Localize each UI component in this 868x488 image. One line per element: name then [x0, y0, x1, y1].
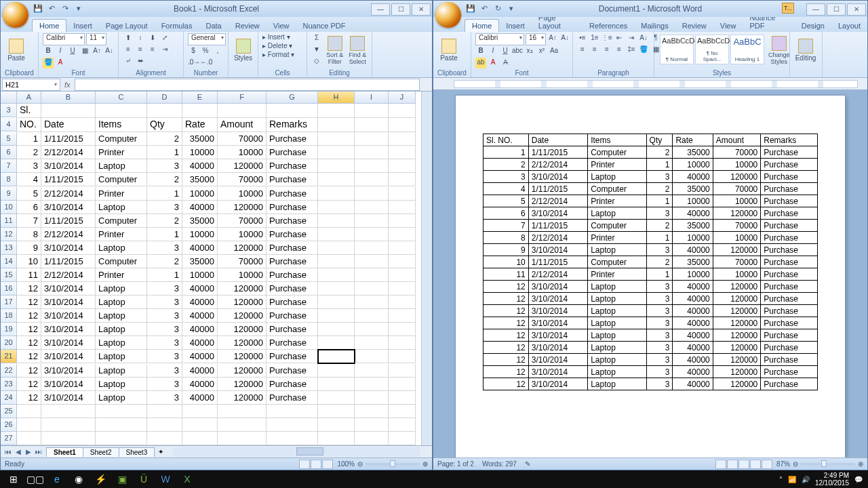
row-header-25[interactable]: 25: [1, 405, 17, 418]
row-header-26[interactable]: 26: [1, 418, 17, 432]
cell-C19[interactable]: Laptop: [96, 323, 147, 336]
column-header-A[interactable]: A: [17, 92, 41, 104]
cell-G13[interactable]: Purchase: [267, 241, 318, 255]
row-header-16[interactable]: 16: [1, 282, 17, 296]
table-cell[interactable]: 10000: [673, 232, 713, 244]
ribbon-tab-page-layout[interactable]: Page Layout: [99, 20, 155, 32]
cell-C16[interactable]: Laptop: [96, 282, 147, 296]
row-header-13[interactable]: 13: [1, 241, 17, 255]
cell-H21[interactable]: [318, 350, 355, 363]
table-row[interactable]: 123/10/2014Laptop340000120000Purchase: [484, 366, 818, 378]
cell-H26[interactable]: [318, 418, 355, 432]
column-header-H[interactable]: H: [318, 92, 355, 104]
cell-E17[interactable]: 40000: [182, 296, 218, 309]
cell-G14[interactable]: Purchase: [267, 255, 318, 268]
cell-H11[interactable]: [318, 214, 355, 228]
table-cell[interactable]: 35000: [673, 220, 713, 232]
table-row[interactable]: 82/12/2014Printer11000010000Purchase: [484, 232, 818, 244]
cell-D5[interactable]: 2: [147, 132, 182, 146]
align-left-button[interactable]: ≡: [123, 45, 134, 56]
cell-B9[interactable]: 2/12/2014: [41, 187, 96, 201]
zoom-slider[interactable]: [366, 463, 420, 466]
paste-button[interactable]: Paste: [5, 33, 28, 67]
cell-D14[interactable]: 2: [147, 255, 182, 268]
cell-A27[interactable]: [17, 432, 41, 445]
ribbon-tab-formulas[interactable]: Formulas: [155, 20, 199, 32]
cell-B15[interactable]: 2/12/2014: [41, 268, 96, 282]
ribbon-tab-design[interactable]: Design: [795, 20, 831, 32]
cell-H8[interactable]: [318, 173, 355, 186]
table-cell[interactable]: Purchase: [761, 378, 818, 390]
justify-button[interactable]: ≡: [614, 45, 625, 56]
table-row[interactable]: 123/10/2014Laptop340000120000Purchase: [484, 281, 818, 293]
cell-J23[interactable]: [389, 378, 416, 391]
cell-C24[interactable]: Laptop: [96, 391, 147, 405]
cell-J14[interactable]: [389, 255, 416, 268]
font-size-combo[interactable]: 16: [526, 33, 546, 45]
word-table[interactable]: Sl. NO.DateItemsQtyRateAmountRemarks11/1…: [483, 134, 818, 390]
table-cell[interactable]: 7: [484, 220, 529, 232]
cell-G8[interactable]: Purchase: [267, 173, 318, 186]
tray-notifications-icon[interactable]: 💬: [854, 476, 863, 483]
cell-F3[interactable]: [218, 104, 267, 118]
table-row[interactable]: 123/10/2014Laptop340000120000Purchase: [484, 354, 818, 366]
row-header-12[interactable]: 12: [1, 228, 17, 241]
zoom-level[interactable]: 87%: [776, 460, 790, 468]
table-row[interactable]: 112/12/2014Printer11000010000Purchase: [484, 268, 818, 281]
cell-B21[interactable]: 3/10/2014: [41, 350, 96, 363]
table-cell[interactable]: Laptop: [588, 366, 646, 378]
table-cell[interactable]: 3/10/2014: [528, 354, 587, 366]
cell-G3[interactable]: [267, 104, 318, 118]
view-web-button[interactable]: [738, 460, 749, 469]
cell-A24[interactable]: 12: [17, 391, 41, 405]
cell-C5[interactable]: Computer: [96, 132, 147, 146]
cell-I25[interactable]: [355, 405, 389, 418]
table-cell[interactable]: Laptop: [588, 317, 646, 329]
cell-G12[interactable]: Purchase: [267, 228, 318, 241]
dec-decimal-button[interactable]: ←.0: [200, 58, 211, 68]
table-cell[interactable]: Laptop: [588, 281, 646, 293]
cell-J27[interactable]: [389, 432, 416, 445]
bold-button[interactable]: B: [43, 46, 54, 57]
cell-H18[interactable]: [318, 309, 355, 323]
cell-J5[interactable]: [389, 132, 416, 146]
table-row[interactable]: 71/11/2015Computer23500070000Purchase: [484, 220, 818, 232]
ribbon-tab-view[interactable]: View: [267, 20, 296, 32]
cell-E14[interactable]: 35000: [182, 255, 218, 268]
table-cell[interactable]: 120000: [713, 305, 761, 317]
cell-D16[interactable]: 3: [147, 282, 182, 296]
app-icon-3[interactable]: Ü: [133, 471, 155, 487]
cell-F7[interactable]: 120000: [218, 159, 267, 173]
cell-B4[interactable]: Date: [41, 118, 96, 132]
cell-E10[interactable]: 40000: [182, 201, 218, 214]
table-cell[interactable]: Laptop: [588, 244, 646, 256]
cell-E21[interactable]: 40000: [182, 350, 218, 363]
cell-B17[interactable]: 3/10/2014: [41, 296, 96, 309]
italic-button[interactable]: I: [488, 46, 498, 57]
cell-H9[interactable]: [318, 187, 355, 201]
cell-C27[interactable]: [96, 432, 147, 445]
cell-E25[interactable]: [182, 405, 218, 418]
inc-decimal-button[interactable]: .0→: [188, 58, 199, 68]
taskbar-clock[interactable]: 2:49 PM12/10/2015: [815, 472, 849, 487]
excel-grid[interactable]: ABCDEFGHIJ3Sl.4NO.DateItemsQtyRateAmount…: [1, 92, 416, 445]
view-normal-button[interactable]: [299, 460, 310, 469]
cell-H14[interactable]: [318, 255, 355, 268]
table-cell[interactable]: Purchase: [761, 232, 818, 244]
cell-B25[interactable]: [41, 405, 96, 418]
cell-H17[interactable]: [318, 296, 355, 309]
table-cell[interactable]: 70000: [713, 220, 761, 232]
cell-D3[interactable]: [147, 104, 182, 118]
table-cell[interactable]: 10000: [713, 232, 761, 244]
table-header-cell[interactable]: Date: [528, 134, 587, 146]
delete-cells-button[interactable]: ▸ Delete ▾: [262, 42, 294, 49]
cell-I16[interactable]: [355, 282, 389, 296]
cell-E13[interactable]: 40000: [182, 241, 218, 255]
row-header-8[interactable]: 8: [1, 173, 17, 186]
style-heading-1[interactable]: AaBbCHeading 1: [730, 35, 764, 64]
table-cell[interactable]: 3/10/2014: [528, 293, 587, 305]
table-header-cell[interactable]: Remarks: [761, 134, 818, 146]
table-row[interactable]: 123/10/2014Laptop340000120000Purchase: [484, 293, 818, 305]
cell-E5[interactable]: 35000: [182, 132, 218, 146]
cell-B3[interactable]: [41, 104, 96, 118]
